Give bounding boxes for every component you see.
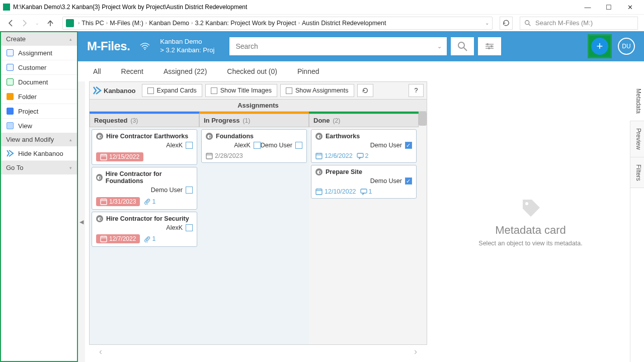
kanban-card[interactable]: ◐Hire Contractor Earthworks AlexK 12/15/… (92, 129, 197, 165)
create-new-button[interactable]: + (588, 34, 612, 58)
refresh-kanban-button[interactable] (357, 84, 373, 97)
kanban-card[interactable]: ◐Hire Contractor for Security AlexK 12/7… (92, 212, 197, 247)
forward-button[interactable] (19, 18, 29, 28)
user-avatar[interactable]: DU (618, 38, 635, 55)
online-icon (140, 42, 150, 50)
vertical-scrollbar[interactable] (419, 112, 427, 344)
column-body[interactable]: ◐Earthworks Demo User 12/6/2022 2 ◐Prepa… (309, 127, 419, 344)
scroll-left-icon[interactable]: ‹ (99, 346, 102, 357)
app-header: M-Files. Kanban Demo > 3.2 Kanban: Proj … (78, 31, 644, 61)
card-assignee: Demo User (370, 176, 412, 186)
attachments-count[interactable]: 1 (144, 198, 155, 205)
checkbox-icon[interactable] (405, 142, 412, 149)
sidebar-item-project[interactable]: Project (1, 104, 77, 119)
breadcrumb-item[interactable]: 3.2 Kanban: Project Work by Project (195, 20, 296, 27)
attachments-count[interactable]: 1 (144, 235, 155, 242)
breadcrumb-item[interactable]: Kanban Demo (149, 20, 189, 27)
sidebar-goto-header[interactable]: Go To ▾ (1, 161, 77, 174)
refresh-button[interactable] (500, 17, 513, 30)
close-button[interactable]: ✕ (624, 1, 636, 13)
kanbanoo-icon (6, 149, 14, 157)
sidebar-item-view[interactable]: View (1, 119, 77, 133)
maximize-button[interactable]: ☐ (603, 1, 615, 13)
side-tab-preview[interactable]: Preview (630, 121, 644, 157)
header-path-line2: > 3.2 Kanban: Proj (160, 46, 214, 55)
header-search-input[interactable]: ⌄ (229, 37, 447, 55)
checkbox-icon[interactable] (186, 142, 193, 149)
svg-rect-23 (206, 153, 212, 159)
goto-label: Go To (6, 164, 23, 171)
search-options-button[interactable] (478, 37, 501, 55)
search-input[interactable] (229, 37, 432, 55)
header-path[interactable]: Kanban Demo > 3.2 Kanban: Proj (160, 38, 214, 55)
recent-dropdown[interactable]: ⌄ (32, 18, 42, 28)
column-body[interactable]: ◐Foundations AlexK Demo User 2/28/2023 (199, 127, 309, 344)
horizontal-scrollbar[interactable]: ‹ › (89, 345, 427, 358)
sidebar-item-folder[interactable]: Folder (1, 89, 77, 104)
sidebar-item-document[interactable]: Document (1, 75, 77, 89)
metadata-title: Metadata card (495, 224, 566, 237)
chevron-down-icon[interactable]: ⌄ (485, 20, 489, 26)
up-button[interactable] (45, 18, 55, 28)
button-label: Show Assignments (295, 87, 349, 94)
breadcrumb[interactable]: › This PC › M-Files (M:) › Kanban Demo ›… (62, 17, 493, 30)
checkbox-icon[interactable] (186, 187, 193, 194)
show-title-images-button[interactable]: Show Title Images (205, 84, 277, 97)
chevron-right-icon: › (298, 20, 300, 26)
chevron-down-icon[interactable]: ⌄ (432, 43, 447, 50)
svg-rect-32 (316, 189, 322, 195)
column-body[interactable]: ◐Hire Contractor Earthworks AlexK 12/15/… (90, 127, 199, 344)
svg-rect-27 (316, 153, 322, 159)
checkbox-icon[interactable] (295, 142, 302, 149)
due-date: 2/28/2023 (206, 152, 243, 159)
sidebar-item-assignment[interactable]: Assignment (1, 46, 77, 60)
expand-cards-button[interactable]: Expand Cards (142, 84, 202, 97)
metadata-panel: Metadata card Select an object to view i… (431, 81, 630, 362)
minimize-button[interactable]: — (582, 1, 594, 13)
svg-rect-15 (101, 199, 107, 205)
scroll-right-icon[interactable]: › (414, 346, 417, 357)
sidebar-view-modify-header[interactable]: View and Modify ▴ (1, 133, 77, 146)
card-assignee: Demo User (370, 141, 412, 150)
comments-count[interactable]: 2 (357, 152, 369, 159)
tab-assigned[interactable]: Assigned (22) (164, 67, 207, 75)
search-icon (524, 20, 531, 27)
back-button[interactable] (6, 18, 16, 28)
kanban-card[interactable]: ◐Earthworks Demo User 12/6/2022 2 (311, 129, 417, 163)
button-label: Expand Cards (157, 87, 197, 94)
kanban-card[interactable]: ◐Foundations AlexK Demo User 2/28/2023 (201, 129, 307, 163)
tab-all[interactable]: All (93, 67, 101, 75)
search-button[interactable] (451, 37, 474, 55)
tab-pinned[interactable]: Pinned (297, 67, 319, 75)
checkbox-icon[interactable] (254, 142, 261, 149)
checkbox-icon[interactable] (186, 224, 193, 231)
kanban-card[interactable]: ◐Prepare Site Demo User 12/10/2022 1 (311, 165, 417, 199)
svg-point-9 (491, 45, 493, 47)
side-tab-metadata[interactable]: Metadata (630, 81, 644, 121)
column-header[interactable]: Done(2) (309, 114, 419, 127)
explorer-search[interactable]: Search M-Files (M:) (520, 17, 638, 30)
sidebar-create-header[interactable]: Create ▴ (1, 32, 77, 46)
sidebar-item-hide-kanbanoo[interactable]: Hide Kanbanoo (1, 146, 77, 161)
sidebar-item-customer[interactable]: Customer (1, 60, 77, 75)
card-assignee: Demo User (151, 186, 193, 195)
tab-recent[interactable]: Recent (121, 67, 143, 75)
collapse-left-button[interactable]: ◀ (78, 81, 85, 362)
help-button[interactable]: ? (409, 84, 424, 97)
column-header[interactable]: Requested(3) (90, 114, 199, 127)
show-assignments-button[interactable]: Show Assignments (280, 84, 354, 97)
search-icon (457, 41, 468, 52)
svg-rect-31 (357, 153, 363, 157)
breadcrumb-item[interactable]: This PC (82, 20, 104, 27)
breadcrumb-item[interactable]: M-Files (M:) (110, 20, 143, 27)
column-header[interactable]: In Progress(1) (199, 114, 309, 127)
kanban-card[interactable]: ◐Hire Contractor for Foundations Demo Us… (92, 167, 197, 210)
breadcrumb-item[interactable]: Austin District Redevelopment (302, 20, 386, 27)
checkbox-icon[interactable] (405, 177, 412, 185)
comments-count[interactable]: 1 (360, 188, 372, 195)
svg-rect-36 (361, 189, 367, 193)
tab-checked-out[interactable]: Checked out (0) (227, 67, 277, 75)
sidebar-item-label: Folder (18, 93, 37, 101)
side-tab-filters[interactable]: Filters (630, 157, 644, 189)
kanban-columns: Requested(3) ◐Hire Contractor Earthworks… (90, 112, 419, 344)
